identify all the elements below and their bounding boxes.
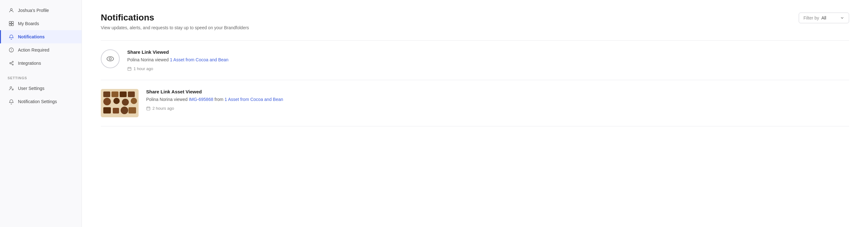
sidebar-item-user-settings[interactable]: User Settings: [0, 82, 82, 95]
sidebar-item-integrations[interactable]: Integrations: [0, 56, 82, 70]
svg-point-29: [131, 98, 137, 104]
sidebar-item-action-required[interactable]: Action Required: [0, 43, 82, 56]
svg-point-32: [121, 107, 128, 114]
notification-time: 1 hour ago: [127, 66, 849, 71]
notification-thumbnail: [101, 89, 138, 117]
notification-text: Polina Norina viewed IMG-695868 from 1 A…: [146, 96, 849, 103]
notification-time: 2 hours ago: [146, 106, 849, 111]
svg-rect-34: [147, 107, 150, 110]
notification-title: Share Link Viewed: [127, 49, 849, 55]
svg-point-15: [107, 56, 114, 61]
notification-body: Share Link Asset Viewed Polina Norina vi…: [146, 89, 849, 111]
notification-title: Share Link Asset Viewed: [146, 89, 849, 94]
svg-rect-1: [9, 22, 11, 23]
svg-rect-33: [128, 107, 136, 114]
notification-link[interactable]: 1 Asset from Cocoa and Bean: [170, 57, 228, 62]
svg-rect-3: [9, 24, 11, 26]
notification-item: Share Link Viewed Polina Norina viewed 1…: [101, 41, 849, 80]
bell-icon: [8, 34, 14, 40]
notification-item: Share Link Asset Viewed Polina Norina vi…: [101, 80, 849, 126]
page-title: Notifications: [101, 12, 249, 23]
notification-icon-eye: [101, 49, 120, 68]
sidebar-item-notifications[interactable]: Notifications: [0, 30, 82, 43]
svg-rect-31: [113, 108, 119, 114]
notification-text-middle: from: [213, 97, 224, 102]
notification-list: Share Link Viewed Polina Norina viewed 1…: [101, 41, 849, 126]
notification-body: Share Link Viewed Polina Norina viewed 1…: [127, 49, 849, 71]
notification-text-before: Polina Norina viewed: [127, 57, 170, 62]
page-subtitle: View updates, alerts, and requests to st…: [101, 25, 249, 30]
time-label: 2 hours ago: [152, 106, 174, 111]
svg-rect-30: [103, 107, 111, 114]
sidebar: Joshua's Profile My Boards Notifications: [0, 0, 82, 227]
svg-line-12: [11, 64, 12, 65]
person-gear-icon: [8, 85, 14, 91]
sidebar-item-label: My Boards: [18, 21, 39, 26]
filter-dropdown[interactable]: Filter by All: [799, 12, 849, 23]
svg-point-10: [12, 64, 13, 65]
sidebar-item-label: Integrations: [18, 61, 41, 66]
svg-rect-17: [128, 67, 131, 70]
sidebar-item-label: Action Required: [18, 47, 50, 52]
svg-point-26: [103, 98, 111, 105]
time-label: 1 hour ago: [133, 66, 153, 71]
svg-point-13: [10, 86, 12, 88]
filter-dropdown-label: Filter by All: [803, 15, 826, 21]
settings-section-label: SETTINGS: [0, 70, 82, 82]
svg-point-28: [122, 99, 129, 106]
svg-rect-4: [12, 24, 13, 26]
sidebar-item-label: Notifications: [18, 34, 45, 39]
notification-link-1[interactable]: IMG-695868: [189, 97, 213, 102]
header-text-group: Notifications View updates, alerts, and …: [101, 12, 249, 30]
svg-rect-22: [103, 91, 110, 97]
svg-rect-24: [120, 91, 127, 97]
calendar-icon: [127, 67, 132, 71]
notification-text-before: Polina Norina viewed: [146, 97, 189, 102]
svg-point-9: [12, 61, 13, 63]
sidebar-item-profile[interactable]: Joshua's Profile: [0, 4, 82, 17]
chevron-down-icon: [840, 16, 844, 20]
board-icon: [8, 21, 14, 27]
svg-point-7: [11, 51, 12, 51]
sidebar-item-notification-settings[interactable]: Notification Settings: [0, 95, 82, 108]
notification-text: Polina Norina viewed 1 Asset from Cocoa …: [127, 56, 849, 63]
page-header: Notifications View updates, alerts, and …: [101, 12, 849, 30]
notification-link-2[interactable]: 1 Asset from Cocoa and Bean: [224, 97, 283, 102]
svg-point-27: [113, 98, 120, 104]
svg-rect-2: [12, 22, 13, 23]
sidebar-item-boards[interactable]: My Boards: [0, 17, 82, 30]
svg-point-0: [10, 8, 12, 10]
sidebar-item-label: Joshua's Profile: [18, 8, 49, 13]
svg-line-11: [11, 62, 12, 63]
svg-point-8: [10, 63, 11, 64]
sidebar-item-label: User Settings: [18, 86, 44, 91]
calendar-icon: [146, 106, 151, 111]
svg-rect-25: [128, 91, 135, 97]
main-content: Notifications View updates, alerts, and …: [82, 0, 868, 227]
sidebar-item-label: Notification Settings: [18, 99, 57, 104]
bell-settings-icon: [8, 99, 14, 104]
svg-point-16: [109, 58, 112, 60]
person-icon: [8, 7, 14, 13]
circle-exclaim-icon: [8, 47, 14, 53]
integrations-icon: [8, 61, 14, 66]
svg-rect-23: [112, 91, 118, 97]
